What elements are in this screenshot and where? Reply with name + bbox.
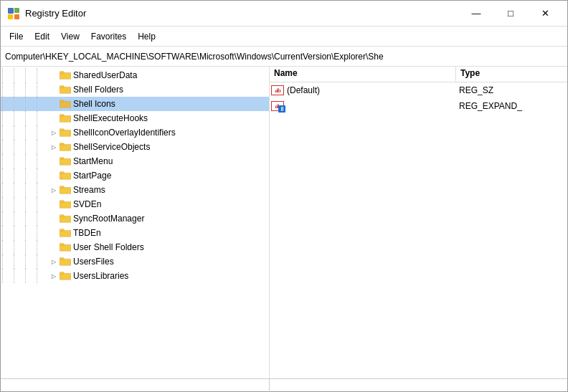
folder-icon [60, 199, 71, 209]
tree-item[interactable]: ▷ UsersFiles [1, 254, 269, 269]
tree-item[interactable]: StartPage [1, 168, 269, 183]
tree-label: SVDEn [73, 199, 101, 209]
title-bar: Registry Editor — □ ✕ [1, 1, 567, 27]
tree-indent [25, 125, 37, 140]
tree-expand-icon[interactable]: ▷ [48, 130, 60, 136]
maximize-button[interactable]: □ [494, 5, 527, 22]
folder-icon [60, 199, 71, 209]
menu-edit[interactable]: Edit [29, 30, 55, 43]
tree-item[interactable]: StartMenu [1, 154, 269, 168]
folder-icon [60, 70, 71, 80]
tree-item[interactable]: Shell Icons [1, 97, 269, 111]
tree-item[interactable]: ▷ ShellServiceObjects [1, 140, 269, 154]
tree-item[interactable]: ▷ UsersLibraries [1, 269, 269, 283]
folder-icon [60, 113, 71, 123]
folder-icon [60, 271, 71, 281]
tree-item[interactable]: SyncRootManager [1, 211, 269, 226]
reg-type: REG_SZ [459, 85, 566, 95]
tree-indent [2, 240, 14, 254]
svg-rect-26 [60, 230, 71, 236]
tree-indent [2, 168, 14, 183]
tree-expand-icon[interactable]: ▷ [48, 144, 60, 150]
tree-indent [14, 254, 25, 269]
folder-icon [60, 214, 71, 224]
right-pane: Name Type ab (Default) REG_SZ ab8 REG_EX… [270, 67, 567, 378]
reg-icon-container: ab8 [271, 100, 284, 112]
folder-icon [60, 156, 71, 166]
tree-label: Shell Folders [73, 85, 123, 95]
folder-icon [60, 142, 71, 152]
tree-label: ShellIconOverlayIdentifiers [73, 128, 176, 138]
tree-indent [2, 140, 14, 154]
tree-indent [37, 111, 48, 125]
tree-indent [14, 240, 25, 254]
tree-indent [37, 125, 48, 140]
folder-icon [60, 142, 71, 152]
folder-icon [60, 85, 71, 95]
tree-indent [25, 140, 37, 154]
tree-expand-icon[interactable]: ▷ [48, 187, 60, 193]
tree-horizontal-scroll[interactable] [1, 379, 270, 392]
tree-indent [14, 125, 25, 140]
folder-icon [60, 257, 71, 267]
reg-name: (Default) [287, 85, 459, 95]
close-button[interactable]: ✕ [529, 5, 562, 22]
svg-rect-2 [8, 14, 13, 19]
tree-expand-icon[interactable]: ▷ [48, 259, 60, 265]
tree-indent [2, 269, 14, 283]
tree-item[interactable]: User Shell Folders [1, 240, 269, 254]
menu-bar: File Edit View Favorites Help [1, 27, 567, 47]
tree-indent [2, 183, 14, 197]
tree-label: SyncRootManager [73, 214, 144, 224]
col-name: Name [270, 67, 456, 82]
tree-item[interactable]: ShellExecuteHooks [1, 111, 269, 125]
svg-rect-23 [60, 201, 64, 203]
menu-file[interactable]: File [4, 30, 29, 43]
menu-favorites[interactable]: Favorites [85, 30, 132, 43]
tree-indent [37, 254, 48, 269]
registry-row[interactable]: ab8 REG_EXPAND_ [270, 98, 567, 114]
registry-entries[interactable]: ab (Default) REG_SZ ab8 REG_EXPAND_ [270, 82, 567, 378]
tree-indent [14, 82, 25, 97]
main-content: SharedUserData Shell Folders Shell Icons… [1, 67, 567, 378]
address-bar[interactable]: Computer\HKEY_LOCAL_MACHINE\SOFTWARE\Mic… [1, 47, 567, 67]
folder-icon [60, 171, 71, 181]
tree-item[interactable]: TBDEn [1, 226, 269, 240]
registry-row[interactable]: ab (Default) REG_SZ [270, 82, 567, 98]
tree-item[interactable]: ▷ ShellIconOverlayIdentifiers [1, 125, 269, 140]
folder-icon [60, 242, 71, 252]
tree-label: SharedUserData [73, 70, 137, 80]
svg-rect-19 [60, 172, 64, 174]
folder-icon [60, 171, 71, 181]
svg-rect-7 [60, 86, 64, 88]
tree-pane[interactable]: SharedUserData Shell Folders Shell Icons… [1, 67, 269, 378]
tree-indent [37, 140, 48, 154]
svg-rect-32 [60, 273, 71, 279]
tree-indent [14, 226, 25, 240]
folder-icon [60, 99, 71, 109]
tree-item[interactable]: SVDEn [1, 197, 269, 211]
tree-indent [14, 97, 25, 111]
tree-item[interactable]: Shell Folders [1, 82, 269, 97]
col-type: Type [456, 67, 567, 82]
tree-label: StartMenu [73, 156, 113, 166]
tree-indent [25, 254, 37, 269]
folder-icon [60, 228, 71, 238]
folder-icon [60, 257, 71, 267]
svg-rect-1 [14, 8, 19, 13]
menu-view[interactable]: View [55, 30, 85, 43]
folder-icon [60, 214, 71, 224]
tree-item[interactable]: SharedUserData [1, 68, 269, 82]
tree-indent [37, 168, 48, 183]
folder-icon [60, 242, 71, 252]
tree-item[interactable]: ▷ Streams [1, 183, 269, 197]
svg-rect-30 [60, 259, 71, 265]
svg-rect-18 [60, 173, 71, 179]
tree-indent [14, 197, 25, 211]
tree-indent [25, 68, 37, 82]
folder-icon [60, 85, 71, 95]
tree-expand-icon[interactable]: ▷ [48, 273, 60, 279]
menu-help[interactable]: Help [132, 30, 161, 43]
minimize-button[interactable]: — [460, 5, 493, 22]
registry-horizontal-scroll[interactable] [270, 379, 567, 392]
